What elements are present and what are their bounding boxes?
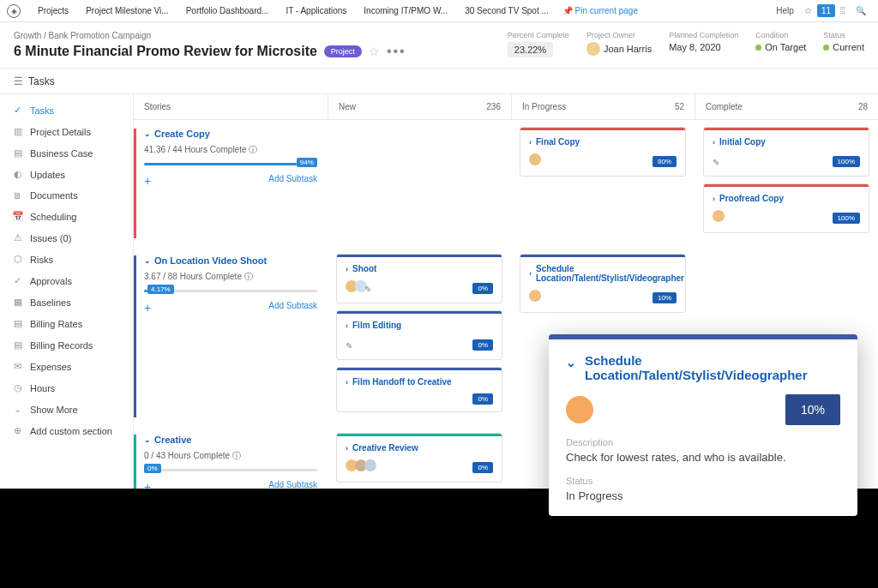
sidebar-icon: ⬡	[12, 254, 23, 265]
owner-avatar	[586, 42, 600, 56]
sidebar-item[interactable]: ▤Billing Records	[0, 334, 133, 356]
status-label: Status	[566, 476, 840, 486]
task-card[interactable]: ›Shoot✎0%	[336, 254, 502, 303]
story-title[interactable]: ⌄On Location Video Shoot	[144, 255, 317, 266]
nav-tab[interactable]: IT - Applications	[277, 6, 355, 15]
add-button[interactable]: +	[144, 174, 151, 188]
add-button[interactable]: +	[144, 301, 151, 315]
notification-badge[interactable]: 11	[817, 4, 835, 17]
sidebar-item[interactable]: ◷Hours	[0, 377, 133, 399]
sidebar-icon: ✓	[12, 275, 23, 286]
task-card[interactable]: ›Film Handoff to Creative0%	[336, 367, 502, 412]
sidebar-icon: ▥	[12, 126, 23, 137]
column-header: In Progress52	[511, 94, 695, 119]
task-card[interactable]: ›Final Copy80%	[520, 127, 686, 177]
column-header: New236	[328, 94, 511, 119]
nav-tab[interactable]: 30 Second TV Spot ...	[456, 6, 557, 15]
section-tab[interactable]: Tasks	[28, 75, 55, 87]
add-button[interactable]: +	[144, 480, 151, 489]
sidebar-item[interactable]: ✓Approvals	[0, 270, 133, 291]
app-logo[interactable]: ◈	[7, 4, 21, 18]
sidebar-item[interactable]: ✉Expenses	[0, 356, 133, 377]
task-percent: 0%	[472, 339, 493, 351]
pin-link[interactable]: 📌 Pin current page	[562, 6, 638, 15]
tool-icon: ✎	[346, 341, 352, 351]
more-icon[interactable]: •••	[387, 44, 406, 59]
sidebar-item[interactable]: ⚠Issues (0)	[0, 227, 133, 249]
sidebar-icon: ◷	[12, 382, 23, 393]
project-pill: Project	[324, 45, 362, 57]
condition-dot	[755, 45, 761, 51]
sidebar-item[interactable]: 🗎Documents	[0, 185, 133, 206]
sidebar-item[interactable]: ▤Billing Rates	[0, 313, 133, 334]
nav-tab[interactable]: Incoming IT/PMO W...	[355, 6, 456, 15]
sidebar-icon: 🗎	[12, 190, 23, 201]
chevron-down-icon[interactable]: ⌄	[566, 356, 576, 369]
task-percent: 10%	[652, 292, 677, 303]
task-percent: 0%	[472, 393, 493, 405]
task-percent: 0%	[472, 462, 493, 473]
task-card[interactable]: ›Initial Copy✎100%	[703, 127, 869, 177]
task-card[interactable]: ›Schedule Location/Talent/Stylist/Videog…	[520, 254, 686, 313]
sidebar-item[interactable]: 📅Scheduling	[0, 206, 133, 227]
sidebar-icon: ✉	[12, 361, 23, 372]
assignee-avatar	[529, 153, 541, 165]
chevron-icon: ›	[346, 321, 348, 330]
sidebar-item[interactable]: ⌄Show More	[0, 399, 133, 420]
sidebar-icon: ▤	[12, 318, 23, 329]
stat-label: Condition	[755, 31, 806, 39]
story-hours: 41.36 / 44 Hours Complete ⓘ	[144, 144, 317, 156]
stat-label: Project Owner	[586, 31, 652, 39]
list-icon: ☰	[14, 75, 23, 87]
task-card[interactable]: ›Film Editing✎0%	[336, 310, 502, 360]
assignee-avatar	[713, 210, 725, 222]
stat-label: Planned Completion	[669, 31, 738, 39]
task-card[interactable]: ›Proofread Copy100%	[703, 183, 869, 233]
star-icon[interactable]: ☆	[799, 6, 817, 15]
desc-text: Check for lowest rates, and who is avail…	[566, 451, 840, 464]
sidebar-item[interactable]: ✓Tasks	[0, 99, 133, 121]
story-title[interactable]: ⌄Creative	[144, 435, 317, 445]
story-cell: ⌄Create Copy41.36 / 44 Hours Complete ⓘ9…	[134, 120, 328, 247]
status-value: Current	[833, 42, 864, 52]
add-subtask-link[interactable]: Add Subtask	[268, 301, 317, 315]
sidebar-icon: ✓	[12, 105, 23, 116]
stat-label: Status	[823, 31, 864, 39]
task-percent: 100%	[833, 213, 860, 224]
add-subtask-link[interactable]: Add Subtask	[268, 480, 317, 489]
nav-tab[interactable]: Portfolio Dashboard...	[177, 6, 278, 15]
sidebar-item[interactable]: ▦Baselines	[0, 291, 133, 313]
nav-tab[interactable]: Project Milestone Vi...	[77, 6, 177, 15]
chevron-icon: ›	[346, 265, 348, 273]
task-percent: 80%	[652, 156, 677, 167]
desc-label: Description	[566, 437, 840, 447]
search-icon[interactable]: 🔍	[851, 6, 871, 15]
sidebar-icon: ▤	[12, 147, 23, 159]
status-dot	[823, 45, 829, 51]
chevron-icon: ›	[529, 138, 532, 147]
add-subtask-link[interactable]: Add Subtask	[268, 174, 317, 188]
stat-label: Percent Complete	[508, 31, 569, 39]
story-title[interactable]: ⌄Create Copy	[144, 129, 317, 139]
chevron-icon: ›	[529, 269, 532, 278]
column-header: Complete28	[695, 94, 878, 119]
condition-value: On Target	[765, 42, 806, 52]
assignee-avatar	[566, 396, 593, 423]
help-link[interactable]: Help	[771, 6, 799, 15]
column-header: Stories	[134, 94, 328, 119]
sidebar-item[interactable]: ⬡Risks	[0, 249, 133, 270]
assignee-avatar	[529, 290, 541, 302]
sidebar-item[interactable]: ▤Business Case	[0, 142, 133, 164]
chevron-icon: ›	[713, 138, 715, 147]
nav-tab[interactable]: Projects	[29, 6, 77, 15]
task-card[interactable]: ›Creative Review0%	[336, 433, 502, 483]
task-detail-popup: ⌄Schedule Location/Talent/Stylist/Videog…	[549, 334, 857, 516]
apps-icon[interactable]: ⦙⦙⦙	[835, 6, 851, 16]
task-percent: 100%	[833, 156, 860, 167]
sidebar-item[interactable]: ⊕Add custom section	[0, 420, 133, 441]
sidebar-item[interactable]: ◐Updates	[0, 164, 133, 185]
sidebar-item[interactable]: ▥Project Details	[0, 121, 133, 142]
favorite-icon[interactable]: ☆	[369, 45, 380, 58]
breadcrumb[interactable]: Growth / Bank Promotion Campaign	[14, 31, 508, 40]
sidebar-icon: ◐	[12, 169, 23, 180]
